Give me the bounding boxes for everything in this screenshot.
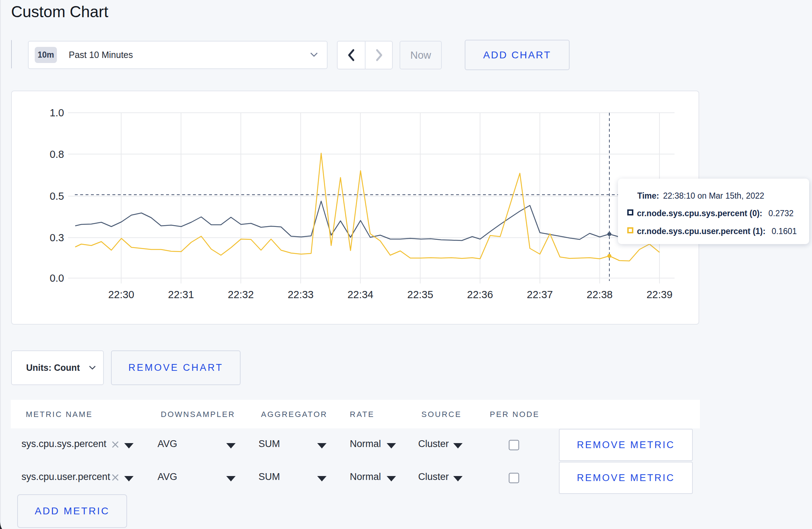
svg-text:22:34: 22:34 [347, 289, 373, 300]
svg-text:22:31: 22:31 [168, 289, 194, 300]
svg-text:22:33: 22:33 [287, 289, 314, 300]
svg-text:0.8: 0.8 [50, 149, 64, 160]
svg-text:22:30: 22:30 [108, 289, 134, 300]
svg-text:0.0: 0.0 [50, 272, 64, 284]
svg-text:22:38: 22:38 [587, 289, 613, 300]
svg-text:22:37: 22:37 [527, 289, 553, 300]
svg-text:22:39: 22:39 [647, 289, 673, 300]
svg-text:22:32: 22:32 [228, 289, 254, 300]
svg-text:22:36: 22:36 [467, 289, 493, 300]
svg-text:1.0: 1.0 [50, 107, 64, 118]
svg-text:0.3: 0.3 [50, 232, 64, 243]
svg-text:22:35: 22:35 [407, 289, 434, 300]
svg-text:0.5: 0.5 [50, 190, 64, 202]
